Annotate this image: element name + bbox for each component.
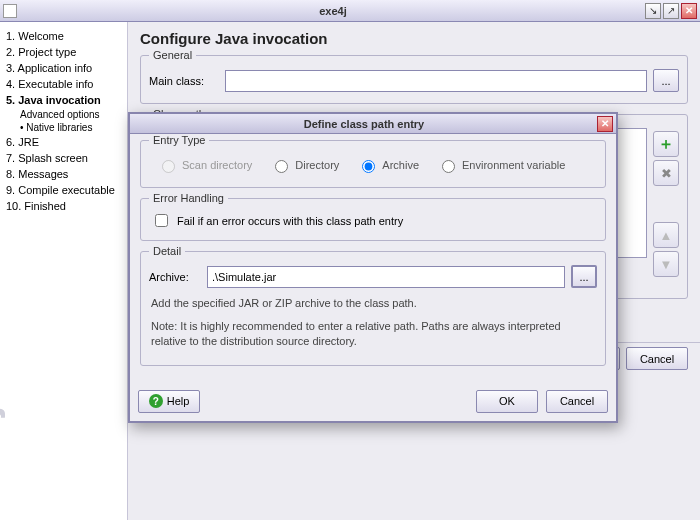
classpath-toolbar: ＋ ✖ ▲ ▼ [653,128,679,280]
fail-on-error-checkbox[interactable]: Fail if an error occurs with this class … [149,209,597,232]
radio-archive[interactable]: Archive [357,157,419,173]
radio-environment-variable[interactable]: Environment variable [437,157,565,173]
step-finished[interactable]: 10. Finished [2,198,125,214]
dialog-button-bar: ? Help OK Cancel [130,386,616,421]
detail-hint-2: Note: It is highly recommended to enter … [151,319,595,349]
dialog-titlebar: Define class path entry ✕ [130,114,616,134]
radio-scan-input [162,160,175,173]
detail-hint-1: Add the specified JAR or ZIP archive to … [151,296,595,311]
group-general-legend: General [149,49,196,61]
page-title: Configure Java invocation [140,30,688,47]
main-class-input[interactable] [225,70,647,92]
fail-on-error-label: Fail if an error occurs with this class … [177,215,403,227]
fail-on-error-input[interactable] [155,214,168,227]
step-executable-info[interactable]: 4. Executable info [2,76,125,92]
step-jre[interactable]: 6. JRE [2,134,125,150]
dialog-help-label: Help [167,395,190,407]
add-icon[interactable]: ＋ [653,131,679,157]
radio-env-input[interactable] [442,160,455,173]
minimize-button[interactable]: ↘ [645,3,661,19]
move-down-icon[interactable]: ▼ [653,251,679,277]
group-error-handling: Error Handling Fail if an error occurs w… [140,198,606,241]
wizard-steps-sidebar: 1. Welcome 2. Project type 3. Applicatio… [0,22,128,520]
archive-label: Archive: [149,271,201,283]
entry-type-legend: Entry Type [149,134,209,146]
browse-main-class-button[interactable]: ... [653,69,679,92]
brand-logo: exe4j [0,405,6,510]
dialog-help-button[interactable]: ? Help [138,390,200,413]
dialog-cancel-button[interactable]: Cancel [546,390,608,413]
group-detail: Detail Archive: ... Add the specified JA… [140,251,606,366]
radio-archive-input[interactable] [362,160,375,173]
close-button[interactable]: ✕ [681,3,697,19]
radio-env-label: Environment variable [462,159,565,171]
step-welcome[interactable]: 1. Welcome [2,28,125,44]
radio-directory-input[interactable] [275,160,288,173]
main-class-label: Main class: [149,75,219,87]
dialog-close-button[interactable]: ✕ [597,116,613,132]
window-title: exe4j [23,5,643,17]
error-handling-legend: Error Handling [149,192,228,204]
define-classpath-entry-dialog: Define class path entry ✕ Entry Type Sca… [128,112,618,423]
step-project-type[interactable]: 2. Project type [2,44,125,60]
group-entry-type: Entry Type Scan directory Directory Arch… [140,140,606,188]
help-icon: ? [149,394,163,408]
browse-archive-button[interactable]: ... [571,265,597,288]
radio-scan-label: Scan directory [182,159,252,171]
radio-archive-label: Archive [382,159,419,171]
detail-legend: Detail [149,245,185,257]
step-java-invocation[interactable]: 5. Java invocation [2,92,125,108]
substep-native-libraries[interactable]: • Native libraries [2,121,125,134]
app-icon [3,4,17,18]
step-compile-executable[interactable]: 9. Compile executable [2,182,125,198]
step-application-info[interactable]: 3. Application info [2,60,125,76]
substep-native-label: Native libraries [26,122,92,133]
substep-advanced-options[interactable]: Advanced options [2,108,125,121]
remove-icon[interactable]: ✖ [653,160,679,186]
step-splash-screen[interactable]: 7. Splash screen [2,150,125,166]
dialog-title: Define class path entry [133,118,595,130]
move-up-icon[interactable]: ▲ [653,222,679,248]
cancel-button[interactable]: Cancel [626,347,688,370]
maximize-button[interactable]: ↗ [663,3,679,19]
radio-directory-label: Directory [295,159,339,171]
dialog-ok-button[interactable]: OK [476,390,538,413]
titlebar: exe4j ↘ ↗ ✕ [0,0,700,22]
archive-path-input[interactable] [207,266,565,288]
step-messages[interactable]: 8. Messages [2,166,125,182]
radio-scan-directory: Scan directory [157,157,252,173]
group-general: General Main class: ... [140,55,688,104]
radio-directory[interactable]: Directory [270,157,339,173]
